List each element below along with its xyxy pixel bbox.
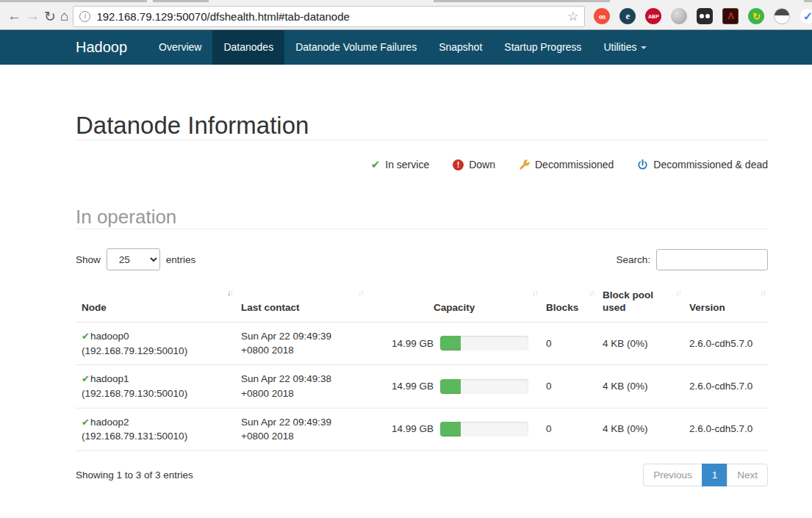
column-label: Node (82, 302, 107, 313)
nav-item-snapshot[interactable]: Snapshot (428, 30, 493, 65)
in-service-check-icon: ✔ (82, 417, 90, 428)
page-content: Datanode Information ✔ In service ! Down… (76, 112, 768, 486)
column-label: Blocks (546, 302, 578, 313)
nav-item-utilities[interactable]: Utilities (592, 30, 657, 65)
block-pool-used-cell: 4 KB (0%) (597, 365, 683, 408)
brand-hadoop[interactable]: Hadoop (76, 30, 127, 65)
column-header-node[interactable]: Node ↓↑ (76, 285, 235, 322)
back-icon[interactable]: ← (7, 7, 21, 26)
forward-icon[interactable]: → (26, 7, 40, 26)
page-number-button[interactable]: 1 (702, 464, 728, 486)
node-cell: ✔hadoop1 (192.168.79.130:50010) (76, 365, 235, 408)
in-service-check-icon: ✔ (82, 331, 90, 342)
node-cell: ✔hadoop2 (192.168.79.131:50010) (76, 408, 235, 450)
legend-in-service: ✔ In service (371, 158, 430, 171)
column-header-blocks[interactable]: Blocks ↓↑ (540, 285, 597, 322)
infinity-extension-icon[interactable]: ∞ (594, 8, 610, 24)
previous-page-button[interactable]: Previous (643, 464, 703, 486)
blue-check-extension-icon[interactable]: ✓ (800, 8, 812, 24)
sort-icon: ↓↑ (760, 288, 765, 298)
column-label: Last contact (241, 302, 300, 313)
tab-edge (153, 0, 209, 2)
wrench-icon (519, 159, 530, 170)
node-name: hadoop0 (90, 331, 129, 342)
adblock-plus-extension-icon[interactable]: ABP (645, 8, 661, 24)
node-name: hadoop2 (90, 417, 129, 428)
power-icon (637, 159, 648, 170)
sort-icon: ↓↑ (589, 288, 594, 298)
capacity-cell: 14.99 GB (366, 322, 540, 364)
url-text[interactable]: 192.168.79.129:50070/dfshealth.html#tab-… (96, 10, 563, 23)
column-header-block-pool-used[interactable]: Block pool used ↓↑ (597, 285, 683, 322)
status-legend: ✔ In service ! Down Decommissioned Decom… (76, 158, 768, 171)
exclamation-circle-icon: ! (453, 159, 464, 170)
capacity-progress-fill (440, 336, 461, 350)
tab-edge (0, 0, 147, 2)
browser-chrome: ← → ↻ ⌂ i 192.168.79.129:50070/dfshealth… (0, 0, 812, 30)
reload-icon[interactable]: ↻ (44, 7, 56, 26)
legend-label: In service (385, 159, 429, 170)
page-info-icon[interactable]: i (79, 11, 90, 22)
showing-entries-info: Showing 1 to 3 of 3 entries (76, 470, 193, 481)
table-controls: Show 25 entries Search: (76, 248, 768, 270)
acrobat-extension-icon[interactable]: Λ (722, 8, 739, 24)
section-title: In operation (76, 206, 768, 229)
version-cell: 2.6.0-cdh5.7.0 (683, 408, 768, 450)
node-name: hadoop1 (90, 373, 129, 384)
browser-toolbar: ← → ↻ ⌂ i 192.168.79.129:50070/dfshealth… (0, 3, 812, 29)
nav-item-startup-progress[interactable]: Startup Progress (493, 30, 592, 65)
block-pool-used-cell: 4 KB (0%) (597, 322, 683, 364)
legend-decommissioned-dead: Decommissioned & dead (637, 159, 768, 170)
capacity-progress-fill (440, 422, 461, 436)
capacity-progress-bar (440, 336, 528, 350)
column-header-last-contact[interactable]: Last contact ↓↑ (235, 285, 366, 322)
column-header-version[interactable]: Version ↓↑ (683, 285, 768, 322)
page-title: Datanode Information (76, 112, 768, 140)
page-size-select[interactable]: 25 (107, 248, 160, 270)
legend-label: Decommissioned & dead (653, 159, 768, 170)
legend-label: Down (469, 159, 495, 170)
sort-icon: ↓↑ (675, 288, 680, 298)
green-safety-extension-icon[interactable]: ↻ (748, 8, 764, 24)
column-header-capacity[interactable]: Capacity ↓↑ (366, 285, 540, 322)
blocks-cell: 0 (540, 365, 597, 408)
node-address: (192.168.79.129:50010) (82, 344, 229, 359)
entries-label: entries (166, 254, 196, 265)
divider (76, 140, 768, 140)
binoculars-extension-icon[interactable] (697, 8, 713, 24)
sort-icon: ↓↑ (532, 288, 537, 298)
block-pool-used-cell: 4 KB (0%) (597, 408, 683, 450)
search-input[interactable] (656, 249, 768, 270)
tab-edge (434, 0, 610, 2)
cat-extension-icon[interactable] (774, 8, 790, 24)
datanode-table: Node ↓↑ Last contact ↓↑ Capacity ↓↑ Bloc… (76, 285, 768, 451)
next-page-button[interactable]: Next (727, 464, 768, 486)
version-cell: 2.6.0-cdh5.7.0 (683, 322, 768, 364)
capacity-cell: 14.99 GB (366, 365, 540, 408)
blocks-cell: 0 (540, 322, 597, 364)
bookmark-star-icon[interactable]: ☆ (567, 9, 578, 24)
last-contact-cell: Sun Apr 22 09:49:38 +0800 2018 (235, 365, 366, 408)
nav-item-datanode-volume-failures[interactable]: Datanode Volume Failures (284, 30, 428, 65)
e-browser-extension-icon[interactable]: e (619, 8, 636, 24)
gray-globe-extension-icon[interactable] (671, 8, 687, 24)
home-icon[interactable]: ⌂ (60, 7, 68, 26)
nav-item-overview[interactable]: Overview (148, 30, 212, 65)
node-cell: ✔hadoop0 (192.168.79.129:50010) (76, 322, 235, 364)
show-label: Show (76, 254, 101, 265)
last-contact-cell: Sun Apr 22 09:49:39 +0800 2018 (235, 408, 366, 450)
version-cell: 2.6.0-cdh5.7.0 (683, 365, 768, 408)
check-icon: ✔ (371, 158, 381, 171)
tab-strip (0, 0, 812, 3)
node-address: (192.168.79.131:50010) (82, 429, 229, 444)
capacity-progress-bar (440, 422, 528, 436)
nav-item-datanodes[interactable]: Datanodes (212, 30, 284, 65)
page-length-control: Show 25 entries (76, 248, 195, 270)
capacity-value: 14.99 GB (372, 422, 434, 436)
in-service-check-icon: ✔ (82, 373, 90, 384)
capacity-progress-fill (440, 379, 461, 394)
column-label: Capacity (434, 302, 475, 313)
table-row: ✔hadoop1 (192.168.79.130:50010) Sun Apr … (76, 365, 768, 408)
utilities-label: Utilities (603, 41, 636, 53)
address-bar[interactable]: i 192.168.79.129:50070/dfshealth.html#ta… (73, 6, 585, 27)
